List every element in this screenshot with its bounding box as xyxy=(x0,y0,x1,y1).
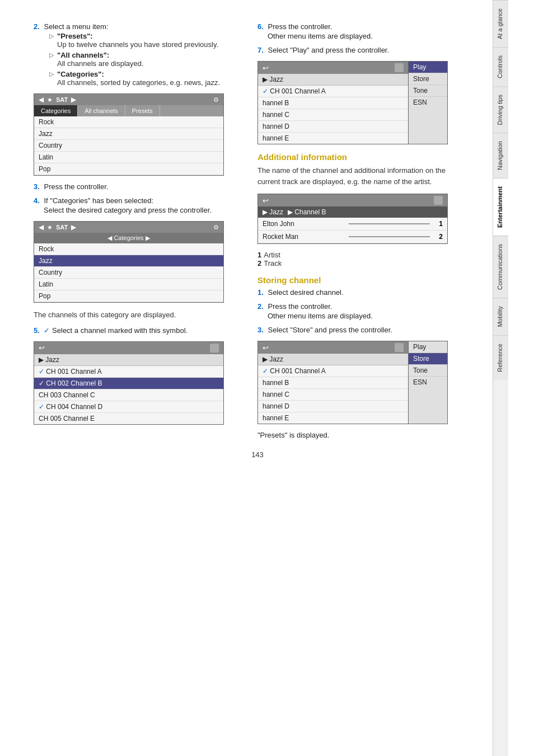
step-7-title: Select "Play" and press the controller. xyxy=(268,46,389,54)
ch004-row: ✓ CH 004 Channel D xyxy=(34,401,223,413)
storing-step-3-num: 3. xyxy=(257,326,264,334)
track-num: 2 xyxy=(439,233,443,241)
page-number: 143 xyxy=(34,450,481,459)
step-4-title: If "Categories" has been selected: xyxy=(44,196,153,205)
mockup5-header: ↩ xyxy=(258,194,447,206)
step-7-num: 7. xyxy=(257,46,264,54)
substep-presets-desc: Up to twelve channels you have stored pr… xyxy=(57,40,241,49)
substep-categories-body: "Categories": All channels, sorted by ca… xyxy=(57,70,241,87)
mockup4-jazz-bar: ▶ Jazz xyxy=(258,74,408,86)
mockup4-back-icon: ↩ xyxy=(263,64,269,72)
tab-categories[interactable]: Categories xyxy=(34,105,78,116)
row-latin: Latin xyxy=(34,152,223,163)
tab-presets[interactable]: Presets xyxy=(125,105,160,116)
mockup5-corner-icon xyxy=(434,196,443,205)
step-7: 7. Select "Play" and press the controlle… xyxy=(257,46,465,54)
row-pop: Pop xyxy=(34,163,223,175)
mockup3-header: ↩ xyxy=(34,342,223,354)
mockup4-ch004: hannel D xyxy=(258,121,408,133)
breadcrumb-sep: ▶ Channel B xyxy=(288,208,326,216)
mockup1-tabs: Categories All channels Presets xyxy=(34,105,223,116)
mockup4-ch003: hannel C xyxy=(258,109,408,121)
step-6-content: Other menu items are displayed. xyxy=(268,32,465,40)
mockup6-jazz-bar: ▶ Jazz xyxy=(258,354,408,365)
dropdown-esn[interactable]: ESN xyxy=(409,97,447,108)
legend-1: 1Artist xyxy=(257,251,465,259)
additional-info-heading: Additional information xyxy=(257,152,465,162)
mockup6-ch002: hannel B xyxy=(258,377,408,389)
mockup4-header: ↩ xyxy=(258,62,408,74)
back-arrow-icon: ↩ xyxy=(39,344,45,352)
corner-icon xyxy=(210,344,219,353)
mockup4-ch001: ✓ CH 001 Channel A xyxy=(258,86,408,97)
substep-allchannels-desc: All channels are displayed. xyxy=(57,59,241,68)
ch001-check: ✓ xyxy=(39,368,46,375)
tab-navigation[interactable]: Navigation xyxy=(493,133,508,178)
breadcrumb-jazz: ▶ Jazz xyxy=(263,208,283,216)
tab-at-a-glance[interactable]: At a glance xyxy=(493,0,508,47)
artist-num: 1 xyxy=(439,220,443,228)
ch003-row: CH 003 Channel C xyxy=(34,389,223,401)
sat-star-icon2: ★ xyxy=(47,224,53,231)
dropdown-play[interactable]: Play xyxy=(409,62,447,73)
left-column: 2. Select a menu item: ▷ "Presets": Up t… xyxy=(34,22,241,439)
mockup5-breadcrumb: ▶ Jazz ▶ Channel B xyxy=(258,206,447,218)
additional-info-text: The name of the channel and additional i… xyxy=(257,165,465,187)
jazz-label-bar: ▶ Jazz xyxy=(34,354,223,366)
mockup2-header: ◀ ★ SAT ▶ ⚙ xyxy=(34,222,223,233)
step-6: 6. Press the controller. Other menu item… xyxy=(257,22,465,40)
step-2-content: ▷ "Presets": Up to twelve channels you h… xyxy=(44,32,241,87)
step-6-title: Press the controller. xyxy=(268,22,332,31)
mockup6-ch004: hannel D xyxy=(258,401,408,412)
substep-presets-title: "Presets": xyxy=(57,32,93,40)
step-3-num: 3. xyxy=(34,182,40,191)
substep-presets-arrow: ▷ xyxy=(49,32,54,40)
track-label: Rocket Man xyxy=(263,233,344,241)
dropdown6-tone[interactable]: Tone xyxy=(409,365,447,377)
mockup-sat-categories: ◀ ★ SAT ▶ ⚙ Categories All channels Pres… xyxy=(34,93,224,176)
step-6-desc: Other menu items are displayed. xyxy=(268,32,373,40)
dropdown6-store[interactable]: Store xyxy=(409,353,447,365)
mockup6-ch003: hannel C xyxy=(258,389,408,401)
substep-allchannels-title: "All channels": xyxy=(57,51,109,59)
storing-step-1-num: 1. xyxy=(257,288,264,297)
substep-allchannels-body: "All channels": All channels are display… xyxy=(57,51,241,68)
tab-driving-tips[interactable]: Driving tips xyxy=(493,86,508,133)
mockup-play-dropdown: ↩ ▶ Jazz ✓ CH 001 Channel A hannel B han… xyxy=(257,61,448,144)
mockup-channel-list: ↩ ▶ Jazz ✓ CH 001 Channel A ✓ CH 002 Cha… xyxy=(34,341,224,425)
mock2-row-jazz: Jazz xyxy=(34,255,223,267)
step-5: 5. ✓ Select a channel marked with this s… xyxy=(34,326,241,335)
artist-row: Elton John 1 xyxy=(258,218,447,231)
tab-mobility[interactable]: Mobility xyxy=(493,298,508,335)
ch001-row: ✓ CH 001 Channel A xyxy=(34,366,223,378)
tab-entertainment[interactable]: Entertainment xyxy=(493,178,508,236)
dropdown6-esn[interactable]: ESN xyxy=(409,377,447,388)
presets-note: "Presets" is displayed. xyxy=(257,431,465,439)
tab-allchannels[interactable]: All channels xyxy=(78,105,125,116)
mockup4-ch005: hannel E xyxy=(258,133,408,144)
mockup6-back-icon: ↩ xyxy=(263,344,269,352)
mock2-row-latin: Latin xyxy=(34,279,223,290)
tab-reference[interactable]: Reference xyxy=(493,335,508,380)
dropdown6-play[interactable]: Play xyxy=(409,341,447,353)
step-4-num: 4. xyxy=(34,196,40,205)
step-4: 4. If "Categories" has been selected: Se… xyxy=(34,196,241,214)
dropdown-tone[interactable]: Tone xyxy=(409,85,447,97)
storing-step-2-title: Press the controller. xyxy=(268,302,332,311)
dropdown-store[interactable]: Store xyxy=(409,73,447,85)
category-note: The channels of this category are displa… xyxy=(34,309,241,321)
sat-star-icon: ★ xyxy=(47,96,53,104)
storing-step-2: 2. Press the controller. Other menu item… xyxy=(257,302,465,320)
tab-communications[interactable]: Communications xyxy=(493,236,508,298)
step-5-desc: Select a channel marked with this symbol… xyxy=(52,326,188,335)
tab-controls[interactable]: Controls xyxy=(493,47,508,86)
mockup2-corner-icon: ⚙ xyxy=(213,224,219,231)
right-column: 6. Press the controller. Other menu item… xyxy=(257,22,465,439)
mockup6-main: ↩ ▶ Jazz ✓ CH 001 Channel A hannel B han… xyxy=(257,341,409,424)
storing-step-3-title: Select "Store" and press the controller. xyxy=(268,326,392,334)
mockup6-corner-icon xyxy=(395,343,404,352)
artist-line xyxy=(349,223,430,224)
right-tabs: At a glance Controls Driving tips Naviga… xyxy=(493,0,508,756)
step-6-num: 6. xyxy=(257,22,264,31)
mockup4-ch002: hannel B xyxy=(258,97,408,109)
